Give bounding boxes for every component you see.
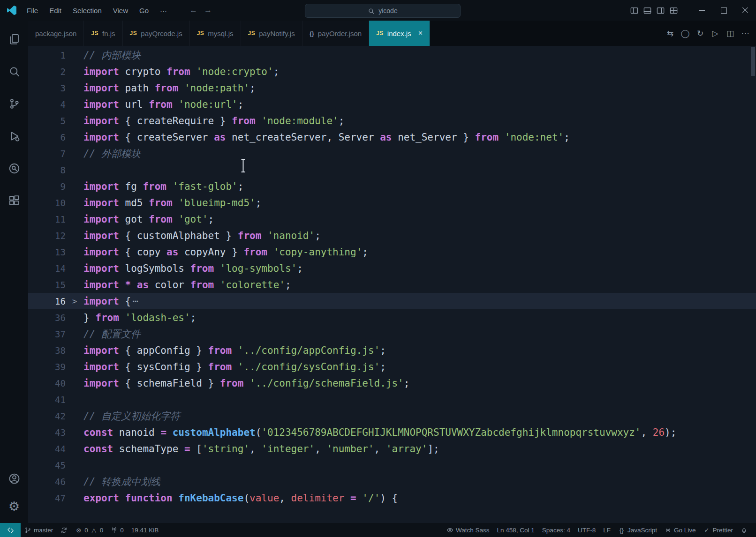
menu-view[interactable]: View bbox=[108, 5, 133, 16]
line-number[interactable]: 15 bbox=[28, 280, 66, 290]
code-line-38[interactable]: 38import { appConfig } from '../config/a… bbox=[28, 342, 756, 358]
activity-account[interactable] bbox=[0, 467, 28, 490]
activity-explorer[interactable] bbox=[0, 27, 28, 51]
code-line-14[interactable]: 14import logSymbols from 'log-symbols'; bbox=[28, 260, 756, 276]
code-line-37[interactable]: 37// 配置文件 bbox=[28, 326, 756, 342]
fold-chevron-icon[interactable]: > bbox=[66, 297, 83, 306]
code-line-6[interactable]: 6import { createServer as net_createServ… bbox=[28, 129, 756, 145]
line-number[interactable]: 9 bbox=[28, 181, 66, 192]
line-number[interactable]: 41 bbox=[28, 395, 66, 405]
code-line-39[interactable]: 39import { sysConfig } from '../config/s… bbox=[28, 358, 756, 375]
line-number[interactable]: 8 bbox=[28, 165, 66, 175]
code-line-43[interactable]: 43const nanoid = customAlphabet('0123456… bbox=[28, 424, 756, 440]
back-icon[interactable]: ← bbox=[189, 6, 197, 15]
status-encoding[interactable]: UTF-8 bbox=[574, 523, 599, 537]
status-git-sync[interactable] bbox=[57, 523, 71, 537]
status-language-mode[interactable]: {}JavaScript bbox=[614, 523, 661, 537]
line-number[interactable]: 42 bbox=[28, 411, 66, 421]
tab-paynotify-js[interactable]: JSpayNotify.js bbox=[241, 21, 302, 46]
code-line-1[interactable]: 1// 内部模块 bbox=[28, 47, 756, 63]
tab-fn-js[interactable]: JSfn.js bbox=[84, 21, 122, 46]
line-number[interactable]: 45 bbox=[28, 460, 66, 470]
line-number[interactable]: 6 bbox=[28, 132, 66, 142]
line-number[interactable]: 43 bbox=[28, 427, 66, 438]
line-number[interactable]: 12 bbox=[28, 231, 66, 241]
line-number[interactable]: 1 bbox=[28, 50, 66, 60]
action-refresh[interactable]: ↻ bbox=[693, 26, 707, 40]
code-line-13[interactable]: 13import { copy as copyAny } from 'copy-… bbox=[28, 244, 756, 260]
action-split[interactable]: ◫ bbox=[723, 26, 737, 40]
code-editor[interactable]: 1// 内部模块2import crypto from 'node:crypto… bbox=[28, 46, 756, 523]
action-more[interactable]: ⋯ bbox=[738, 26, 752, 40]
scrollbar[interactable] bbox=[751, 47, 755, 76]
line-number[interactable]: 16 bbox=[28, 296, 66, 306]
status-watch-sass[interactable]: Watch Sass bbox=[443, 523, 493, 537]
layout-sidebar-right-icon[interactable] bbox=[656, 6, 665, 15]
code-line-44[interactable]: 44const schemaType = ['string', 'integer… bbox=[28, 440, 756, 457]
close-icon[interactable]: × bbox=[418, 29, 423, 37]
line-number[interactable]: 4 bbox=[28, 99, 66, 110]
forward-icon[interactable]: → bbox=[204, 6, 212, 15]
tab-package-json[interactable]: package.json bbox=[28, 21, 84, 46]
code-line-15[interactable]: 15import * as color from 'colorette'; bbox=[28, 276, 756, 293]
line-number[interactable]: 2 bbox=[28, 67, 66, 77]
line-number[interactable]: 37 bbox=[28, 329, 66, 339]
code-line-46[interactable]: 46// 转换成中划线 bbox=[28, 473, 756, 490]
activity-settings[interactable]: ⚙ bbox=[0, 495, 28, 518]
line-number[interactable]: 14 bbox=[28, 263, 66, 274]
status-remote-indicator[interactable] bbox=[0, 523, 21, 537]
code-line-41[interactable]: 41 bbox=[28, 391, 756, 408]
activity-preview[interactable] bbox=[0, 157, 28, 180]
menu-go[interactable]: Go bbox=[135, 5, 153, 16]
code-line-45[interactable]: 45 bbox=[28, 457, 756, 473]
code-line-40[interactable]: 40import { schemaField } from '../config… bbox=[28, 375, 756, 391]
line-number[interactable]: 11 bbox=[28, 214, 66, 224]
tab-payqrcode-js[interactable]: JSpayQrcode.js bbox=[123, 21, 190, 46]
status-cursor-position[interactable]: Ln 458, Col 1 bbox=[493, 523, 538, 537]
layout-panel-icon[interactable] bbox=[643, 6, 652, 15]
activity-source-control[interactable] bbox=[0, 92, 28, 115]
line-number[interactable]: 39 bbox=[28, 362, 66, 372]
tab-index-js[interactable]: JSindex.js× bbox=[369, 21, 430, 46]
menu-file[interactable]: File bbox=[22, 5, 43, 16]
line-number[interactable]: 46 bbox=[28, 477, 66, 487]
line-number[interactable]: 47 bbox=[28, 493, 66, 503]
activity-run-debug[interactable] bbox=[0, 124, 28, 148]
menu-[interactable]: ··· bbox=[155, 5, 172, 16]
code-line-2[interactable]: 2import crypto from 'node:crypto'; bbox=[28, 63, 756, 80]
status-problems[interactable]: ⊗0△0 bbox=[71, 523, 107, 537]
line-number[interactable]: 7 bbox=[28, 149, 66, 159]
code-line-8[interactable]: 8 bbox=[28, 162, 756, 178]
code-line-5[interactable]: 5import { createRequire } from 'node:mod… bbox=[28, 112, 756, 129]
line-number[interactable]: 3 bbox=[28, 83, 66, 93]
code-line-4[interactable]: 4import url from 'node:url'; bbox=[28, 96, 756, 112]
line-number[interactable]: 40 bbox=[28, 378, 66, 388]
status-file-size[interactable]: 19.41 KiB bbox=[128, 523, 163, 537]
close-button[interactable] bbox=[734, 0, 756, 21]
action-run[interactable]: ▷ bbox=[708, 26, 722, 40]
menu-edit[interactable]: Edit bbox=[45, 5, 66, 16]
status-prettier[interactable]: ✓Prettier bbox=[699, 523, 737, 537]
tab-payorder-json[interactable]: {}payOrder.json bbox=[302, 21, 370, 46]
layout-custom-icon[interactable] bbox=[669, 6, 678, 15]
line-number[interactable]: 13 bbox=[28, 247, 66, 257]
code-line-7[interactable]: 7// 外部模块 bbox=[28, 145, 756, 162]
status-go-live[interactable]: Go Live bbox=[661, 523, 700, 537]
code-line-10[interactable]: 10import md5 from 'blueimp-md5'; bbox=[28, 194, 756, 211]
code-line-47[interactable]: 47export function fnKebabCase(value, del… bbox=[28, 490, 756, 506]
tab-mysql-js[interactable]: JSmysql.js bbox=[190, 21, 241, 46]
status-git-branch[interactable]: master bbox=[21, 523, 57, 537]
activity-search[interactable] bbox=[0, 60, 28, 83]
maximize-button[interactable] bbox=[713, 0, 734, 21]
code-line-16[interactable]: 16>import {⋯ bbox=[28, 293, 756, 309]
code-line-36[interactable]: 36} from 'lodash-es'; bbox=[28, 309, 756, 326]
minimize-button[interactable] bbox=[691, 0, 713, 21]
code-line-42[interactable]: 42// 自定义初始化字符 bbox=[28, 408, 756, 424]
line-number[interactable]: 10 bbox=[28, 198, 66, 208]
status-feedback-count[interactable]: 0 bbox=[107, 523, 128, 537]
status-indentation[interactable]: Spaces: 4 bbox=[538, 523, 574, 537]
layout-sidebar-icon[interactable] bbox=[630, 6, 639, 15]
status-notifications[interactable] bbox=[737, 523, 751, 537]
line-number[interactable]: 38 bbox=[28, 345, 66, 356]
activity-extensions[interactable] bbox=[0, 189, 28, 212]
